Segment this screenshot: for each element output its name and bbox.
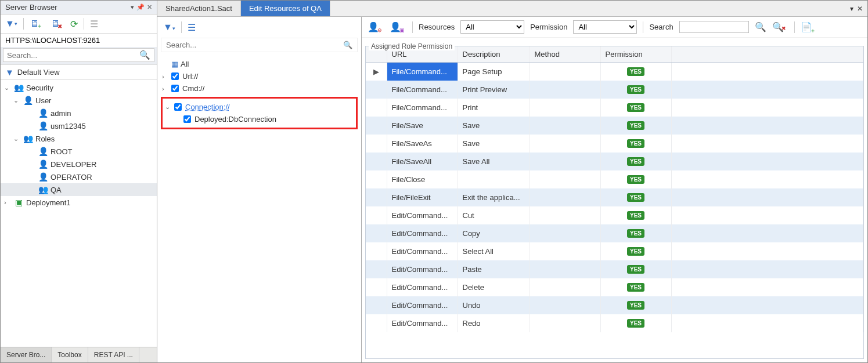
cell-url[interactable]: File/FileExit: [387, 188, 458, 206]
chevron-right-icon[interactable]: ›: [162, 73, 169, 80]
resource-deployed-db[interactable]: Deployed:DbConnection: [163, 113, 356, 125]
cell-method[interactable]: [530, 63, 600, 81]
table-row[interactable]: File/Command...Print PreviewYES: [366, 81, 863, 99]
cell-description[interactable]: Save: [458, 135, 530, 153]
table-row[interactable]: Edit/Command...CutYES: [366, 206, 863, 224]
cell-description[interactable]: Copy: [458, 224, 530, 242]
cell-description[interactable]: Delete: [458, 278, 530, 296]
search-icon[interactable]: 🔍: [343, 41, 352, 49]
chevron-right-icon[interactable]: ›: [4, 199, 11, 206]
col-description[interactable]: Description: [458, 46, 530, 63]
server-remove-icon[interactable]: 🖥✖: [51, 19, 64, 29]
cell-description[interactable]: Print: [458, 99, 530, 117]
cell-permission[interactable]: YES: [600, 153, 671, 170]
search-input[interactable]: [166, 41, 343, 49]
cell-permission[interactable]: YES: [600, 206, 671, 224]
checkbox[interactable]: [174, 103, 182, 111]
table-row[interactable]: Edit/Command...PasteYES: [366, 260, 863, 278]
cell-method[interactable]: [530, 206, 600, 224]
cell-method[interactable]: [530, 188, 600, 206]
chevron-down-icon[interactable]: ⌄: [165, 103, 172, 111]
permission-select[interactable]: All: [573, 20, 637, 34]
tree-operator[interactable]: 👤 OPERATOR: [1, 170, 157, 183]
cell-permission[interactable]: YES: [600, 99, 671, 117]
filter-icon[interactable]: ▼▾: [163, 22, 175, 32]
cell-description[interactable]: [458, 170, 530, 188]
dropdown-icon[interactable]: ▾: [131, 3, 134, 11]
cell-description[interactable]: Page Setup: [458, 63, 530, 81]
cell-description[interactable]: Undo: [458, 296, 530, 314]
cell-url[interactable]: File/Command...: [387, 81, 458, 99]
checkbox[interactable]: [171, 85, 179, 92]
search-input[interactable]: [7, 51, 139, 60]
table-row[interactable]: File/FileExitExit the applica...YES: [366, 188, 863, 206]
cell-url[interactable]: File/SaveAll: [387, 153, 458, 170]
close-icon[interactable]: ✕: [857, 5, 863, 13]
table-row[interactable]: Edit/Command...Select AllYES: [366, 242, 863, 260]
checkbox[interactable]: [183, 115, 191, 123]
table-row[interactable]: Edit/Command...UndoYES: [366, 296, 863, 314]
tree-qa[interactable]: 👥 QA: [1, 183, 157, 196]
default-view-row[interactable]: ▼ Default View: [1, 64, 157, 80]
cell-url[interactable]: Edit/Command...: [387, 224, 458, 242]
tab-sharedaction[interactable]: SharedAction1.Sact: [157, 1, 241, 16]
cell-url[interactable]: Edit/Command...: [387, 260, 458, 278]
tree-deployment[interactable]: › ▣ Deployment1: [1, 196, 157, 209]
resources-select[interactable]: All: [460, 20, 524, 34]
cell-url[interactable]: Edit/Command...: [387, 206, 458, 224]
permission-grid[interactable]: URL Description Method Permission ▶File/…: [366, 46, 863, 358]
cell-permission[interactable]: YES: [600, 224, 671, 242]
cell-method[interactable]: [530, 242, 600, 260]
table-row[interactable]: ▶File/Command...Page SetupYES: [366, 63, 863, 81]
resource-connection[interactable]: ⌄ Connection://: [163, 101, 356, 113]
cell-method[interactable]: [530, 99, 600, 117]
chevron-right-icon[interactable]: ›: [162, 85, 169, 92]
cell-description[interactable]: Save All: [458, 153, 530, 170]
search-icon[interactable]: 🔍: [755, 21, 766, 32]
search-icon[interactable]: 🔍: [139, 50, 150, 60]
cell-url[interactable]: File/Command...: [387, 99, 458, 117]
cell-description[interactable]: Paste: [458, 260, 530, 278]
cell-method[interactable]: [530, 278, 600, 296]
cell-description[interactable]: Cut: [458, 206, 530, 224]
tree-security[interactable]: ⌄ 👥 Security: [1, 81, 157, 94]
pin-icon[interactable]: 📌: [136, 3, 145, 11]
resource-url[interactable]: › Url://: [160, 70, 359, 82]
chevron-down-icon[interactable]: ⌄: [13, 97, 20, 104]
cell-description[interactable]: Select All: [458, 242, 530, 260]
cell-description[interactable]: Save: [458, 117, 530, 135]
tree-developer[interactable]: 👤 DEVELOPER: [1, 158, 157, 170]
cell-description[interactable]: Print Preview: [458, 81, 530, 99]
chevron-down-icon[interactable]: ⌄: [4, 84, 11, 92]
cell-permission[interactable]: YES: [600, 278, 671, 296]
list-icon[interactable]: ☰: [188, 22, 196, 33]
cell-url[interactable]: File/Close: [387, 170, 458, 188]
user-settings-icon[interactable]: 👤▣: [390, 21, 406, 32]
cell-method[interactable]: [530, 260, 600, 278]
cell-url[interactable]: File/Save: [387, 117, 458, 135]
server-add-icon[interactable]: 🖥＋: [30, 19, 45, 29]
table-row[interactable]: Edit/Command...RedoYES: [366, 314, 863, 332]
cell-method[interactable]: [530, 81, 600, 99]
checkbox[interactable]: [171, 72, 179, 80]
chevron-down-icon[interactable]: ⌄: [13, 135, 20, 143]
cell-permission[interactable]: YES: [600, 260, 671, 278]
tab-toolbox[interactable]: Toolbox: [52, 347, 88, 362]
cell-permission[interactable]: YES: [600, 135, 671, 153]
cell-method[interactable]: [530, 135, 600, 153]
cell-permission[interactable]: YES: [600, 296, 671, 314]
cell-description[interactable]: Exit the applica...: [458, 188, 530, 206]
cell-method[interactable]: [530, 117, 600, 135]
filter-icon[interactable]: ▼▾: [5, 19, 17, 29]
cell-url[interactable]: File/Command...: [387, 63, 458, 81]
table-row[interactable]: File/SaveAllSave AllYES: [366, 153, 863, 170]
cell-permission[interactable]: YES: [600, 81, 671, 99]
tab-server-browser[interactable]: Server Bro...: [1, 347, 52, 362]
cell-url[interactable]: Edit/Command...: [387, 278, 458, 296]
cell-description[interactable]: Redo: [458, 314, 530, 332]
table-row[interactable]: File/CloseYES: [366, 170, 863, 188]
refresh-icon[interactable]: ⟳: [70, 19, 78, 30]
search-clear-icon[interactable]: 🔍✖: [772, 21, 788, 32]
cell-method[interactable]: [530, 153, 600, 170]
table-row[interactable]: File/SaveAsSaveYES: [366, 135, 863, 153]
